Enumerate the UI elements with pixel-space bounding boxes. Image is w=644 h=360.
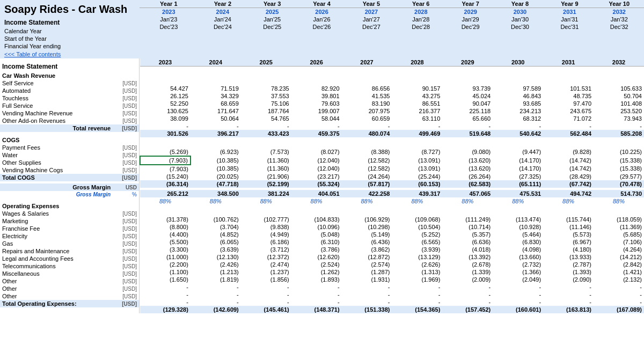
toc-link[interactable]: <<< Table of contents [0,50,140,58]
opex-label: Operating Expenses [0,201,139,210]
gas-label: Gas [0,240,112,247]
marketing-label: Marketing [0,217,112,225]
income-stmt-spacer [140,69,644,77]
year7-header: Year 7 [445,0,495,8]
automated-label: Automated [0,87,112,94]
other-supplies-unit: [USD] [112,159,139,166]
calendar-year-row: 2023 2024 2025 2026 2027 2028 2029 2030 … [140,8,644,16]
payment-fees-data-row: (5.269)(6.923)(7.573)(8.027)(8.388) (8.7… [140,148,644,156]
legal-label: Legal and Accounting Fees [0,255,112,262]
other-addon-label-row: Other Add-on Revenues [USD] [0,117,139,124]
legal-unit: [USD] [112,255,139,262]
full-service-unit: [USD] [112,102,139,109]
label-table: Income Statement Car Wash Revenue Self S… [0,58,139,307]
other2-label-row: Other [USD] [0,285,139,292]
year2-header: Year 2 [198,0,247,8]
repairs-label: Repairs and Maintenance [0,247,112,255]
automated-unit: [USD] [112,87,139,94]
franchise-data-row: (4.400)(4.852)(4.949)(5.048)(5.149) (5.2… [140,231,644,238]
other-addon-unit: [USD] [112,117,139,124]
end-year-row: Dec'23 Dec'24 Dec'25 Dec'26 Dec'27 Dec'2… [140,23,644,31]
total-opex-data-row: (129.328)(142.609)(145.461)(148.371)(151… [140,306,644,313]
gas-unit: [USD] [112,240,139,247]
legal-label-row: Legal and Accounting Fees [USD] [0,255,139,262]
year4-header: Year 4 [297,0,346,8]
car-wash-revenue-label: Car Wash Revenue [0,71,139,79]
year-header-container: Year 1 Year 2 Year 3 Year 4 Year 5 Year … [140,0,644,58]
other3-label: Other [0,292,112,300]
wages-data-row: (31.378)(100.762)(102.777)(104.833)(106.… [140,216,644,223]
other1-label: Other [0,277,112,285]
electricity-label: Electricity [0,232,112,240]
total-cogs-data-row: (36.314)(47.718)(52.199)(55.324)(57.817)… [140,180,644,188]
opex-spacer [140,208,644,216]
telecom-label-row: Telecommunications [USD] [0,262,139,270]
total-revenue-data-row: 301.526396.217433.423459.375480.074 499.… [140,130,644,137]
other3-data-row: ----- ----- [140,298,644,306]
payment-fees-label: Payment Fees [0,144,112,151]
other3-unit: [USD] [112,292,139,300]
total-opex-unit: [USD] [112,300,139,307]
full-service-label-row: Full Service [USD] [0,102,139,109]
telecom-data-row: (1.100)(1.213)(1.237)(1.262)(1.287) (1.3… [140,268,644,276]
gas-label-row: Gas [USD] [0,240,139,247]
touchless-label-row: Touchless [USD] [0,94,139,102]
other-supplies-label-row: Other Supplies [USD] [0,159,139,166]
franchise-label-row: Franchise Fee [USD] [0,225,139,232]
payment-fees-unit: [USD] [112,144,139,151]
repairs-label-row: Repairs and Maintenance [USD] [0,247,139,255]
year1-header: Year 1 [140,0,198,8]
data-table: 2023 2024 2025 2026 2027 2028 2029 2030 … [140,58,644,313]
water-data-row: (7.903) (10.385)(11.360)(12.040)(12.582)… [140,156,644,165]
cogs-header-row: COGS [0,135,139,144]
self-service-label-row: Self Service [USD] [0,79,139,87]
gross-margin-label-row: Gross Margin USD [0,183,139,191]
misc-data-row: (1.650)(1.819)(1.856)(1.893)(1.931) (1.9… [140,276,644,283]
vending-revenue-label: Vending Machine Revenue [0,109,112,117]
start-year-row: Jan'23 Jan'24 Jan'25 Jan'26 Jan'27 Jan'2… [140,16,644,23]
other1-unit: [USD] [112,277,139,285]
telecom-label: Telecommunications [0,262,112,270]
car-wash-revenue-header: Car Wash Revenue [0,71,139,79]
water-label: Water [0,151,112,159]
vending-cogs-data-row: (15.240)(20.025)(21.906)(23.217)(24.264)… [140,173,644,180]
year10-header: Year 10 [595,0,644,8]
vending-cogs-label-row: Vending Machine Cogs [USD] [0,166,139,174]
marketing-label-row: Marketing [USD] [0,217,139,225]
automated-data-row: 26.12534.32937.55339.80141.535 43.27545.… [140,92,644,100]
touchless-data-row: 52.25068.65975.10679.60383.190 86.55190.… [140,100,644,107]
gross-margin-unit: USD [112,183,139,191]
other-supplies-label: Other Supplies [0,159,112,166]
other-addon-data-row: ----- ----- [140,122,644,130]
water-unit: [USD] [112,151,139,159]
gross-margin-data-row: 265.212348.500381.224404.051422.258 439.… [140,190,644,197]
income-statement-label: Income Statement [0,61,139,71]
gas-data-row: (3.300)(3.639)(3.712)(3.786)(3.862) (3.9… [140,246,644,253]
other-addon-label: Other Add-on Revenues [0,117,112,124]
touchless-label: Touchless [0,94,112,102]
start-year-label: Start of the Year [0,35,140,42]
income-statement-header-row: Income Statement [0,61,139,71]
self-service-data-row: 54.42771.51978.23582.92086.656 90.15793.… [140,85,644,92]
gross-margin-pct-unit: % [112,191,139,198]
vending-cogs-label: Vending Machine Cogs [0,166,112,174]
wages-label-row: Wages & Salaries [USD] [0,210,139,217]
marketing-unit: [USD] [112,217,139,225]
full-service-label: Full Service [0,102,112,109]
gross-margin-label: Gross Margin [0,183,112,191]
year9-header: Year 9 [545,0,594,8]
cogs-label: COGS [0,135,139,144]
data-table-container: 2023 2024 2025 2026 2027 2028 2029 2030 … [140,58,644,313]
total-opex-label-row: Total Operating Expenses: [USD] [0,300,139,307]
automated-label-row: Automated [USD] [0,87,139,94]
row-labels-sidebar: Income Statement Car Wash Revenue Self S… [0,58,140,313]
vending-cogs-unit: [USD] [112,166,139,174]
total-revenue-label: Total revenue [0,124,112,132]
calendar-year-label: Calendar Year [0,27,140,35]
misc-label-row: Miscellaneous [USD] [0,270,139,277]
opex-header-row: Operating Expenses [0,201,139,210]
year3-header: Year 3 [247,0,297,8]
vending-revenue-unit: [USD] [112,109,139,117]
other2-label: Other [0,285,112,292]
telecom-unit: [USD] [112,262,139,270]
